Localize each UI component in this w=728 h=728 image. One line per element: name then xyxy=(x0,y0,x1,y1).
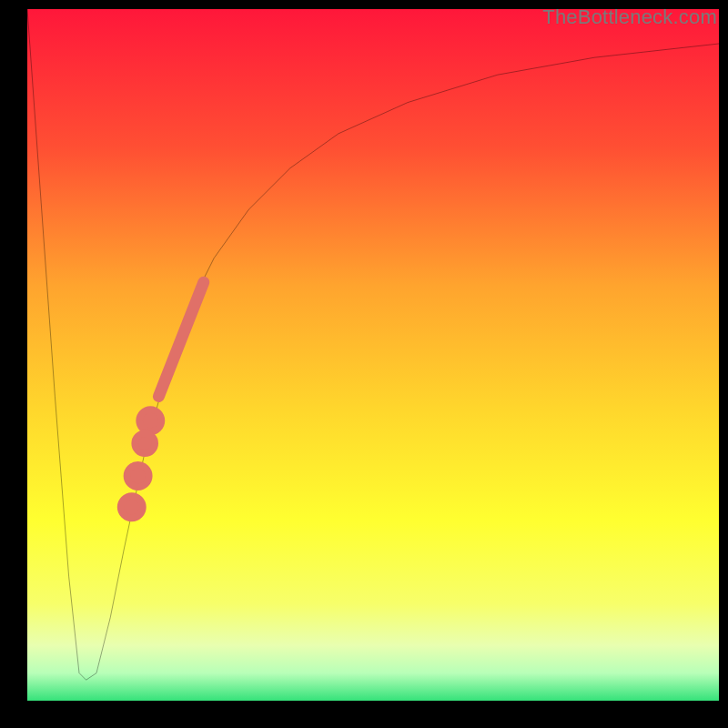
watermark-label: TheBottleneck.com xyxy=(542,5,717,29)
highlight-dot xyxy=(139,410,161,431)
highlight-dot xyxy=(135,433,155,453)
gradient-background xyxy=(27,9,719,701)
chart-frame: TheBottleneck.com xyxy=(0,0,728,728)
highlight-dot xyxy=(126,465,148,487)
highlight-dot xyxy=(121,496,143,518)
bottleneck-plot xyxy=(27,9,719,701)
